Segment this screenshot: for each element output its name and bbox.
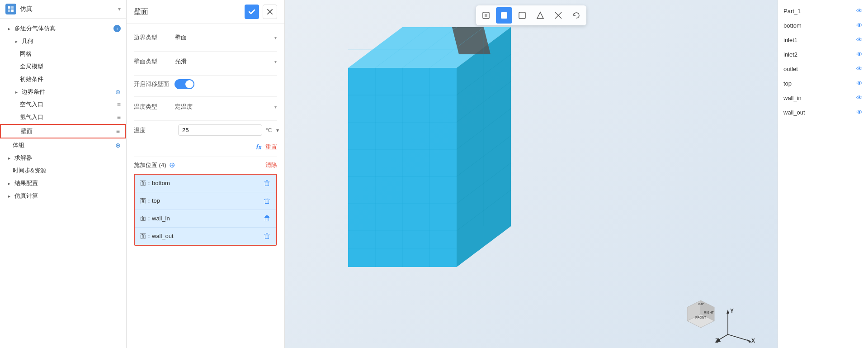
expand-icon: ▸ [5, 154, 13, 162]
item-label: 壁面 [21, 127, 114, 135]
tree-item-global-model[interactable]: 全局模型 [0, 60, 126, 73]
wall-type-row: 壁面类型 光滑 ▾ [134, 55, 277, 68]
tree-item-air-inlet[interactable]: 空气入口 ≡ [0, 98, 126, 111]
layer-item-wall-out[interactable]: wall_out 👁 [778, 105, 868, 119]
confirm-button[interactable] [245, 5, 259, 19]
layer-item-top[interactable]: top 👁 [778, 76, 868, 91]
temp-unit: °C [266, 127, 272, 133]
item-label: 氢气入口 [20, 113, 115, 121]
tree-item-results[interactable]: ▸ 结果配置 [0, 177, 126, 190]
delete-icon[interactable]: 🗑 [264, 179, 271, 187]
add-group-icon[interactable]: ⊕ [115, 142, 121, 149]
layer-item-inlet2[interactable]: inlet2 👁 [778, 47, 868, 62]
tree-item-body-group[interactable]: 体组 ⊕ [0, 139, 126, 152]
face-label: 面：bottom [140, 179, 264, 187]
location-item-top[interactable]: 面：top 🗑 [135, 192, 276, 210]
boundary-type-select[interactable]: 壁面 ▾ [175, 31, 277, 44]
right-panel: Part_1 👁 bottom 👁 inlet1 👁 inlet2 👁 outl… [778, 0, 868, 348]
chevron-down-icon: ▾ [274, 59, 277, 64]
clear-button[interactable]: 清除 [265, 161, 277, 169]
layer-name: wall_out [783, 109, 856, 116]
dialog-panel: 壁面 边界类型 壁面 ▾ 壁面类型 光滑 ▾ 开启滑移壁面 [127, 0, 285, 348]
item-label: 空气入口 [20, 100, 115, 109]
layer-item-outlet[interactable]: outlet 👁 [778, 62, 868, 76]
tree-item-multiphase[interactable]: ▸ 多组分气体仿真 i [0, 22, 126, 35]
wall-type-select[interactable]: 光滑 ▾ [175, 55, 277, 68]
temp-type-value: 定温度 [175, 103, 193, 111]
svg-marker-10 [537, 12, 543, 19]
tree-container: ▸ 多组分气体仿真 i ▸ 几何 网格 全局模型 初始条件 ▸ 边界条件 ⊕ 空… [0, 19, 126, 348]
temp-input[interactable] [178, 124, 262, 136]
wall-type-value: 光滑 [175, 57, 187, 66]
eye-icon[interactable]: 👁 [856, 94, 863, 101]
item-label: 求解器 [14, 154, 121, 162]
layer-item-inlet1[interactable]: inlet1 👁 [778, 33, 868, 47]
tree-item-initial-conditions[interactable]: 初始条件 [0, 73, 126, 86]
face-label: 面：wall_out [140, 232, 264, 240]
toggle-knob [185, 80, 193, 88]
cut-button[interactable] [550, 7, 566, 24]
unit-chevron: ▾ [276, 127, 279, 133]
menu-icon[interactable]: ≡ [117, 101, 121, 108]
axis-labels: Y Z X [714, 307, 760, 343]
chevron-down-icon: ▾ [274, 105, 277, 110]
location-item-wall-in[interactable]: 面：wall_in 🗑 [135, 210, 276, 228]
eye-icon[interactable]: 👁 [856, 65, 863, 72]
location-label: 施加位置 (4) [134, 161, 166, 169]
eye-icon[interactable]: 👁 [856, 22, 863, 29]
slip-wall-row: 开启滑移壁面 [134, 79, 277, 89]
reset-view-button[interactable] [568, 7, 585, 24]
tree-item-boundary[interactable]: ▸ 边界条件 ⊕ [0, 86, 126, 98]
left-panel: 仿真 ▾ ▸ 多组分气体仿真 i ▸ 几何 网格 全局模型 初始条件 ▸ 边界条… [0, 0, 127, 348]
menu-icon[interactable]: ≡ [116, 128, 120, 135]
svg-text:Z: Z [715, 338, 718, 343]
item-label: 仿真计算 [14, 192, 121, 200]
dialog-body: 边界类型 壁面 ▾ 壁面类型 光滑 ▾ 开启滑移壁面 温度类型 [127, 24, 284, 348]
item-label: 几何 [22, 37, 121, 45]
fx-button[interactable]: fx [256, 143, 262, 151]
form-toolbar: fx 重置 [134, 143, 277, 151]
info-badge: i [113, 25, 121, 32]
eye-icon[interactable]: 👁 [856, 51, 863, 58]
add-boundary-icon[interactable]: ⊕ [115, 88, 121, 95]
delete-icon[interactable]: 🗑 [264, 197, 271, 205]
tree-item-time-resources[interactable]: 时间步&资源 [0, 164, 126, 177]
collapse-icon[interactable]: ▾ [118, 6, 121, 12]
tree-item-wall[interactable]: 壁面 ≡ [0, 124, 126, 138]
layer-item-bottom[interactable]: bottom 👁 [778, 18, 868, 33]
location-item-wall-out[interactable]: 面：wall_out 🗑 [135, 228, 276, 245]
tree-item-solver[interactable]: ▸ 求解器 [0, 152, 126, 164]
svg-text:RIGHT: RIGHT [704, 311, 714, 314]
eye-icon[interactable]: 👁 [856, 36, 863, 43]
expand-icon: ▸ [5, 192, 13, 200]
close-button[interactable] [263, 5, 277, 19]
tree-item-mesh[interactable]: 网格 [0, 48, 126, 60]
layer-item-wall-in[interactable]: wall_in 👁 [778, 91, 868, 105]
layer-name: inlet2 [783, 51, 856, 58]
expand-icon: ▸ [5, 25, 13, 32]
layer-name: inlet1 [783, 37, 856, 43]
add-location-icon[interactable]: ⊕ [169, 161, 175, 169]
eye-icon[interactable]: 👁 [856, 109, 863, 116]
reset-button[interactable]: 重置 [265, 143, 277, 151]
slip-wall-toggle[interactable] [175, 79, 194, 89]
eye-icon[interactable]: 👁 [856, 7, 863, 14]
svg-text:TOP: TOP [698, 302, 704, 305]
menu-icon[interactable]: ≡ [117, 114, 121, 121]
layer-item-part1[interactable]: Part_1 👁 [778, 4, 868, 18]
eye-icon[interactable]: 👁 [856, 80, 863, 87]
location-item-bottom[interactable]: 面：bottom 🗑 [135, 175, 276, 192]
svg-rect-2 [8, 10, 10, 12]
tree-item-sim-calc[interactable]: ▸ 仿真计算 [0, 190, 126, 202]
boundary-type-value: 壁面 [175, 33, 187, 42]
tree-item-hydrogen-inlet[interactable]: 氢气入口 ≡ [0, 111, 126, 124]
delete-icon[interactable]: 🗑 [264, 215, 271, 223]
layer-name: wall_in [783, 95, 856, 101]
dialog-title: 壁面 [134, 7, 241, 17]
temp-type-select[interactable]: 定温度 ▾ [175, 100, 277, 113]
item-label: 结果配置 [14, 179, 121, 187]
svg-text:X: X [751, 338, 755, 343]
delete-icon[interactable]: 🗑 [264, 232, 271, 240]
svg-line-50 [728, 334, 750, 341]
tree-item-geometry[interactable]: ▸ 几何 [0, 35, 126, 48]
